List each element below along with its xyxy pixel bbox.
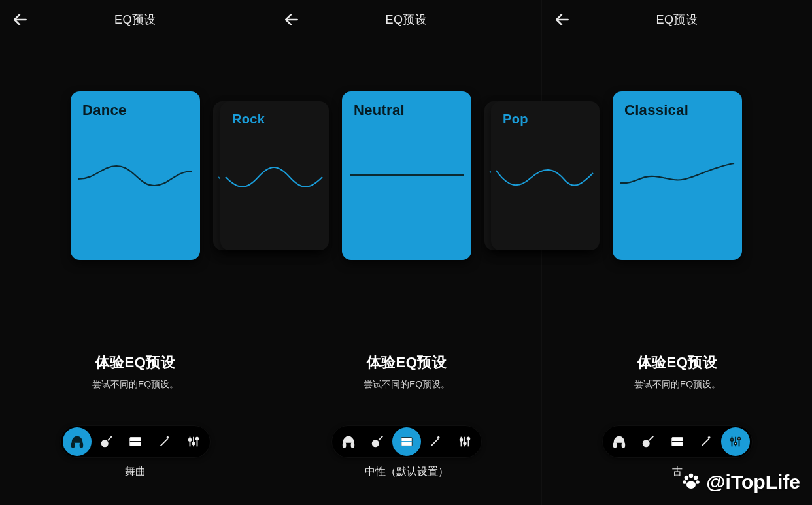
- headphone-icon: [612, 434, 626, 449]
- preset-caption: 中性（默认设置）: [271, 465, 542, 479]
- pill-guitar[interactable]: [634, 427, 662, 456]
- svg-rect-2: [80, 443, 83, 447]
- promo-block: 体验EQ预设 尝试不同的EQ预设。: [542, 353, 812, 391]
- arrow-left-icon: [12, 11, 29, 28]
- page-title: EQ预设: [385, 12, 427, 27]
- promo-heading: 体验EQ预设: [0, 353, 271, 372]
- preset-card-label: Dance: [71, 91, 200, 119]
- svg-point-43: [696, 480, 700, 484]
- promo-block: 体验EQ预设 尝试不同的EQ预设。: [271, 353, 542, 391]
- pill-neutral[interactable]: [663, 427, 692, 456]
- pill-wand[interactable]: [150, 427, 179, 456]
- pill-sliders[interactable]: [179, 427, 208, 456]
- headphone-icon: [341, 434, 356, 449]
- svg-point-23: [460, 438, 462, 441]
- svg-rect-27: [613, 443, 616, 447]
- pill-wand[interactable]: [421, 427, 450, 456]
- pill-guitar[interactable]: [363, 427, 392, 456]
- header: EQ预设: [542, 0, 812, 39]
- svg-rect-1: [72, 443, 75, 447]
- svg-rect-15: [351, 443, 354, 447]
- back-button[interactable]: [282, 10, 301, 29]
- preset-selector-bar: [602, 425, 753, 458]
- preset-carousel[interactable]: Pop Classical: [542, 91, 812, 274]
- eq-curve-icon: [71, 152, 200, 199]
- preset-caption: 舞曲: [0, 465, 271, 479]
- paw-icon: [680, 471, 702, 493]
- svg-rect-28: [622, 443, 624, 447]
- preset-card-pop[interactable]: Pop: [491, 101, 600, 250]
- preset-card-label: Classical: [613, 91, 742, 119]
- three-screens-layout: EQ预设 Dance Rock 体验EQ预设 尝试不同的EQ预设。 舞曲: [0, 0, 812, 505]
- svg-point-11: [192, 442, 195, 445]
- svg-point-41: [694, 476, 698, 480]
- preset-card-label: Rock: [220, 101, 329, 127]
- promo-sub: 尝试不同的EQ预设。: [271, 379, 542, 391]
- pill-neutral[interactable]: [392, 427, 421, 456]
- svg-point-37: [734, 442, 737, 445]
- svg-point-42: [683, 480, 687, 484]
- svg-point-25: [467, 438, 469, 440]
- promo-sub: 尝试不同的EQ预设。: [542, 379, 812, 391]
- screen-neutral: EQ预设 Rock Neutral Pop > 体验EQ预设 尝试不同的EQ预设…: [271, 0, 541, 505]
- svg-point-40: [689, 474, 694, 478]
- pill-neutral[interactable]: [121, 427, 150, 456]
- sliders-icon: [728, 434, 743, 449]
- pill-wand[interactable]: [692, 427, 720, 456]
- back-button[interactable]: [10, 10, 30, 29]
- header: EQ预设: [271, 0, 541, 39]
- page-title: EQ预设: [656, 12, 698, 27]
- preset-selector-bar: [331, 425, 482, 458]
- neutral-icon: [128, 434, 143, 449]
- pill-sliders[interactable]: [450, 427, 479, 456]
- neutral-icon: [399, 434, 414, 449]
- pill-headphone[interactable]: [63, 427, 92, 456]
- pill-guitar[interactable]: [92, 427, 121, 456]
- svg-point-10: [189, 438, 192, 441]
- promo-heading: 体验EQ预设: [542, 353, 812, 372]
- svg-point-24: [464, 442, 466, 445]
- guitar-icon: [99, 434, 114, 449]
- svg-point-44: [686, 481, 696, 489]
- svg-point-12: [196, 438, 199, 440]
- pill-headphone[interactable]: [334, 427, 363, 456]
- wand-icon: [428, 434, 443, 449]
- pill-sliders[interactable]: [721, 427, 750, 456]
- preset-card-label: Pop: [491, 101, 600, 127]
- eq-curve-icon: [342, 152, 471, 199]
- preset-card-rock[interactable]: Rock: [220, 101, 329, 250]
- watermark: @iTopLife: [680, 471, 812, 493]
- preset-card-classical[interactable]: Classical: [613, 91, 742, 260]
- guitar-icon: [370, 434, 384, 449]
- svg-point-36: [730, 438, 733, 441]
- pill-headphone[interactable]: [605, 427, 634, 456]
- page-title: EQ预设: [114, 12, 156, 27]
- promo-block: 体验EQ预设 尝试不同的EQ预设。: [0, 353, 271, 391]
- screen-classical: EQ预设 Pop Classical 体验EQ预设 尝试不同的EQ预设。 古: [541, 0, 812, 505]
- watermark-text: @iTopLife: [706, 471, 800, 493]
- wand-icon: [699, 434, 713, 449]
- headphone-icon: [70, 434, 84, 449]
- svg-point-38: [737, 438, 740, 440]
- svg-point-17: [375, 442, 377, 444]
- arrow-left-icon: [283, 11, 300, 28]
- screen-dance: EQ预设 Dance Rock 体验EQ预设 尝试不同的EQ预设。 舞曲: [0, 0, 271, 505]
- arrow-left-icon: [554, 11, 571, 28]
- eq-curve-icon: [491, 155, 600, 202]
- promo-heading: 体验EQ预设: [271, 353, 542, 372]
- svg-rect-14: [343, 443, 345, 447]
- promo-sub: 尝试不同的EQ预设。: [0, 379, 271, 391]
- neutral-icon: [670, 434, 685, 449]
- header: EQ预设: [0, 0, 271, 39]
- preset-card-dance[interactable]: Dance: [71, 91, 200, 260]
- back-button[interactable]: [552, 10, 572, 29]
- guitar-icon: [641, 434, 655, 449]
- preset-selector-bar: [60, 425, 211, 458]
- wand-icon: [158, 434, 172, 449]
- preset-card-neutral[interactable]: Neutral: [342, 91, 471, 260]
- sliders-icon: [186, 434, 201, 449]
- sliders-icon: [458, 434, 472, 449]
- svg-point-39: [685, 476, 689, 480]
- svg-point-4: [103, 442, 105, 444]
- preset-card-label: Neutral: [342, 91, 471, 119]
